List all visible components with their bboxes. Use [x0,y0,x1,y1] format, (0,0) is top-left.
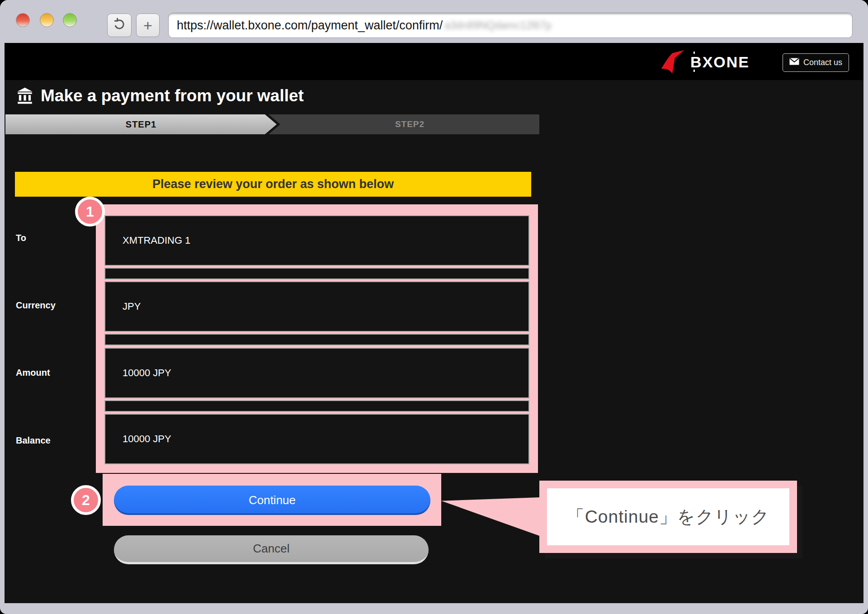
annotation-badge-2: 2 [71,485,101,515]
minimize-window-button[interactable] [40,13,54,27]
currency-value-field: JPY [104,281,529,332]
order-highlight-frame: XMTRADING 1 JPY 10000 JPY 10000 JPY [96,204,538,473]
field-label-currency: Currency [16,300,56,311]
brand-name: BXONE [690,53,750,71]
field-label-balance: Balance [16,435,51,446]
field-label-amount: Amount [16,368,50,378]
brand-swoosh-icon [660,49,686,75]
continue-highlight-frame: Continue [103,474,441,526]
site-header: BXONE Contact us [5,43,863,80]
field-spacer [104,268,529,279]
page-title-row: Make a payment from your wallet [15,86,304,105]
progress-steps: STEP1 STEP2 [5,114,539,134]
field-spacer [104,334,529,345]
zoom-window-button[interactable] [63,13,77,27]
url-bar[interactable]: https://wallet.bxone.com/payment_wallet/… [168,13,853,38]
callout-box: 「Continue」をクリック [539,481,797,553]
reload-icon [113,18,126,33]
field-label-to: To [16,233,26,243]
cancel-button[interactable]: Cancel [114,535,429,564]
amount-value-field: 10000 JPY [104,348,529,398]
step-2: STEP2 [280,114,539,134]
page-title: Make a payment from your wallet [41,86,304,105]
bank-icon [15,86,34,105]
to-value-field: XMTRADING 1 [104,215,529,266]
url-redacted-token: a3dn89NQdamc12l67p [444,19,552,32]
url-text: https://wallet.bxone.com/payment_wallet/… [177,19,443,33]
bxone-logo: BXONE [660,49,750,75]
contact-us-button[interactable]: Contact us [783,53,849,72]
callout-pointer [441,497,539,536]
balance-value-field: 10000 JPY [104,414,529,464]
review-notice-banner: Please review your order as shown below [15,172,531,197]
step-1-active: STEP1 [5,114,277,134]
reload-button[interactable] [107,14,132,37]
contact-us-label: Contact us [803,58,842,67]
close-window-button[interactable] [16,13,30,27]
field-spacer [104,400,529,412]
browser-window: + https://wallet.bxone.com/payment_walle… [0,0,868,614]
callout-text: 「Continue」をクリック [547,488,789,545]
browser-chrome: + https://wallet.bxone.com/payment_walle… [0,0,868,43]
envelope-icon [789,58,799,67]
annotation-badge-1: 1 [75,197,105,227]
plus-icon: + [143,17,152,34]
continue-button[interactable]: Continue [114,486,430,515]
new-tab-button[interactable]: + [136,14,160,37]
payment-page: BXONE Contact us Make a payment from you… [5,43,863,603]
